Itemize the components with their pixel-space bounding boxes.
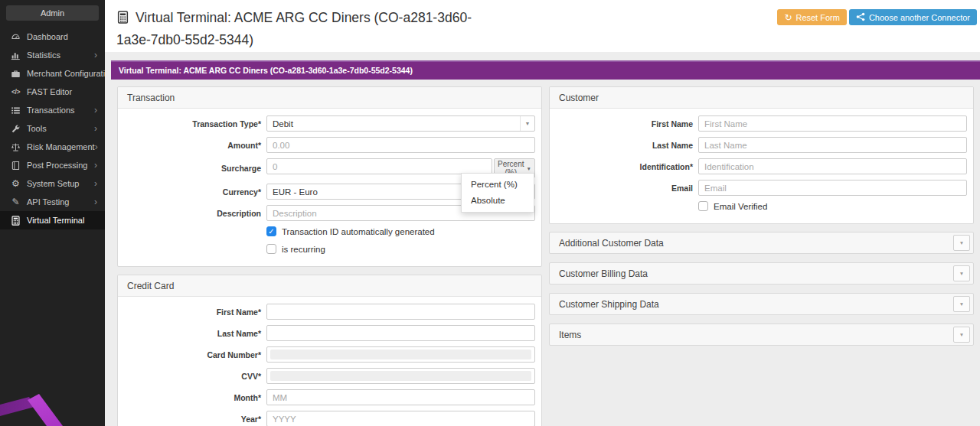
sidebar-item-statistics[interactable]: Statistics ›: [0, 46, 105, 64]
pencil-icon: ✎: [10, 197, 21, 206]
identification-row: Identification*: [561, 158, 967, 174]
is-recurring-label: is recurring: [282, 245, 325, 254]
email-input[interactable]: [698, 180, 967, 196]
credit-card-panel: Credit Card First Name* Last Name* Card …: [117, 275, 542, 426]
cc-first-name-label: First Name*: [129, 307, 261, 317]
book-icon: [10, 161, 21, 171]
menu-item-percent[interactable]: Percent (%): [462, 177, 534, 193]
sidebar-item-dashboard[interactable]: Dashboard: [0, 28, 105, 46]
expand-section-button[interactable]: ▼: [953, 327, 970, 343]
page-title-text: Virtual Terminal: ACME ARG CC Diners (CO…: [116, 10, 472, 47]
email-verified-checkbox[interactable]: [698, 201, 708, 211]
email-verified-row: Email Verified: [698, 201, 967, 211]
cc-first-name-row: First Name*: [129, 304, 535, 320]
check-icon: ✓: [268, 228, 274, 236]
amount-label: Amount*: [129, 141, 261, 150]
year-row: Year*: [129, 411, 535, 426]
section-customer-shipping-data[interactable]: Customer Shipping Data ▼: [549, 293, 974, 315]
connector-banner: Virtual Terminal: ACME ARG CC Diners (CO…: [111, 60, 980, 80]
reset-form-button[interactable]: ↻ Reset Form: [777, 9, 847, 25]
email-row: Email: [561, 180, 967, 196]
sidebar-item-merchant-configuration[interactable]: Merchant Configuration ›: [0, 64, 105, 83]
sidebar-item-risk-management[interactable]: Risk Management ›: [0, 138, 105, 156]
auto-transaction-id-checkbox[interactable]: ✓: [266, 226, 276, 236]
chevron-right-icon: ›: [95, 142, 98, 151]
cc-last-name-input[interactable]: [266, 325, 535, 341]
sidebar-item-tools[interactable]: Tools ›: [0, 119, 105, 138]
sidebar-item-label: Virtual Terminal: [27, 216, 84, 225]
section-title: Additional Customer Data: [559, 238, 664, 249]
top-header: Virtual Terminal: ACME ARG CC Diners (CO…: [105, 0, 980, 52]
section-additional-customer-data[interactable]: Additional Customer Data ▼: [549, 232, 974, 254]
customer-last-name-input[interactable]: [698, 137, 967, 153]
cvv-field[interactable]: [266, 368, 535, 384]
transaction-panel-title: Transaction: [118, 87, 541, 109]
currency-label: Currency*: [129, 187, 261, 197]
card-number-field[interactable]: [266, 346, 535, 363]
expand-section-button[interactable]: ▼: [953, 296, 970, 312]
chevron-down-icon: ▼: [959, 271, 964, 276]
transaction-type-select[interactable]: Debit ▼: [266, 115, 535, 132]
sidebar-item-system-setup[interactable]: ⚙ System Setup ›: [0, 174, 105, 193]
sidebar-item-virtual-terminal[interactable]: Virtual Terminal: [0, 211, 105, 229]
month-row: Month*: [129, 389, 535, 405]
section-title: Items: [559, 330, 581, 340]
email-verified-label: Email Verified: [714, 202, 767, 211]
auto-transaction-id-row: ✓ Transaction ID automatically generated: [266, 226, 535, 236]
surcharge-input[interactable]: [266, 158, 492, 174]
main-area: Virtual Terminal: ACME ARG CC Diners (CO…: [105, 0, 980, 426]
cc-last-name-row: Last Name*: [129, 325, 535, 341]
sidebar-item-api-testing[interactable]: ✎ API Testing ›: [0, 193, 105, 211]
sidebar-item-fast-editor[interactable]: </> FAST Editor: [0, 83, 105, 101]
sidebar-item-label: Merchant Configuration: [27, 69, 105, 78]
credit-card-panel-title: Credit Card: [118, 275, 541, 297]
month-label: Month*: [129, 393, 261, 402]
month-input[interactable]: [266, 389, 535, 405]
gauge-icon: [10, 32, 21, 42]
right-column: Customer First Name Last Name Identifica…: [549, 86, 974, 354]
brand-logo-decoration: [0, 391, 105, 426]
page-title: Virtual Terminal: ACME ARG CC Diners (CO…: [116, 8, 476, 52]
is-recurring-checkbox[interactable]: [266, 244, 276, 254]
email-label: Email: [561, 184, 693, 193]
customer-first-name-label: First Name: [561, 119, 693, 128]
amount-row: Amount*: [129, 137, 535, 153]
sidebar-item-post-processing[interactable]: Post Processing ›: [0, 156, 105, 174]
customer-last-name-label: Last Name: [561, 141, 693, 150]
section-customer-billing-data[interactable]: Customer Billing Data ▼: [549, 262, 974, 285]
surcharge-mode-dropdown: Percent (%) Absolute: [461, 173, 534, 213]
header-actions: ↻ Reset Form Choose another Connector: [777, 9, 977, 52]
year-input[interactable]: [266, 411, 535, 426]
transaction-type-label: Transaction Type*: [129, 119, 261, 128]
choose-connector-button[interactable]: Choose another Connector: [849, 9, 977, 25]
amount-input[interactable]: [266, 137, 535, 153]
menu-item-absolute[interactable]: Absolute: [462, 193, 534, 209]
cc-first-name-input[interactable]: [266, 304, 535, 320]
transaction-type-row: Transaction Type* Debit ▼: [129, 115, 535, 132]
expand-section-button[interactable]: ▼: [953, 265, 970, 281]
chevron-down-icon: ▼: [520, 116, 534, 131]
code-icon: </>: [10, 88, 21, 96]
chevron-right-icon: ›: [94, 179, 97, 188]
transaction-panel: Transaction Transaction Type* Debit ▼ Am…: [117, 86, 542, 267]
customer-last-name-row: Last Name: [561, 137, 967, 153]
chevron-right-icon: ›: [94, 161, 97, 170]
chevron-right-icon: ›: [94, 50, 97, 60]
identification-input[interactable]: [698, 158, 967, 174]
is-recurring-row: is recurring: [266, 244, 535, 254]
list-icon: [10, 106, 21, 115]
section-items[interactable]: Items ▼: [549, 324, 974, 346]
description-label: Description: [129, 209, 261, 218]
sidebar-item-label: Tools: [27, 124, 47, 133]
sidebar-item-transactions[interactable]: Transactions ›: [0, 101, 105, 119]
cvv-row: CVV*: [129, 368, 535, 384]
expand-section-button[interactable]: ▼: [953, 235, 970, 251]
identification-label: Identification*: [561, 162, 693, 171]
customer-first-name-input[interactable]: [698, 115, 967, 132]
section-title: Customer Billing Data: [559, 268, 648, 279]
chevron-right-icon: ›: [94, 106, 97, 115]
admin-menu-button[interactable]: Admin: [6, 5, 99, 21]
sidebar: Admin Dashboard Statistics › Merchant: [0, 0, 105, 426]
surcharge-row: Surcharge Percent (%) ▼ Percent (%) Abso…: [129, 158, 535, 178]
bar-chart-icon: [10, 50, 21, 60]
